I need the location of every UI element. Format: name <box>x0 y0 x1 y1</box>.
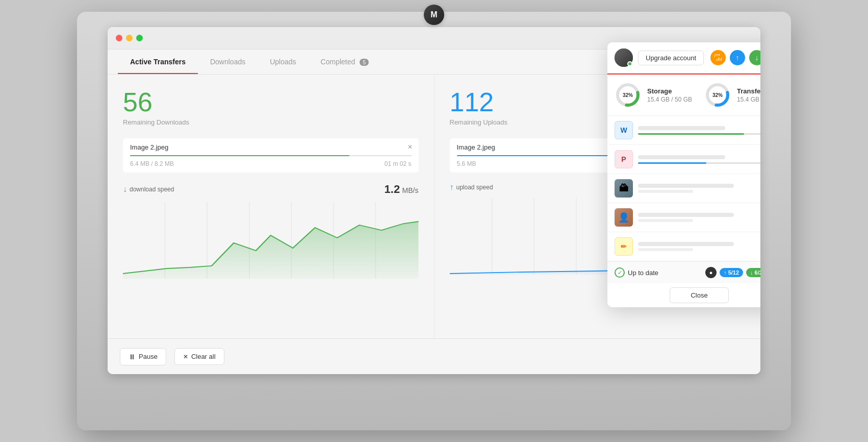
transfer-row: P ↑ 00: <box>607 145 760 174</box>
completed-badge: 5 <box>360 59 369 66</box>
remaining-downloads-count: 56 <box>123 89 419 115</box>
clear-label: Clear all <box>191 353 216 360</box>
close-icon: ✕ <box>183 353 188 360</box>
upload-arrow: ↑ <box>724 269 727 276</box>
row-progress-fill <box>638 162 706 164</box>
download-progress-fill <box>130 155 349 156</box>
download-progress-bar <box>130 155 412 156</box>
storage-donut: 32% <box>615 82 641 108</box>
download-time: 01 m 02 s <box>385 160 412 167</box>
svg-text:32%: 32% <box>712 92 723 98</box>
popup-header: Upgrade account + ↑ ↓ ⋯ <box>607 42 760 73</box>
traffic-lights <box>116 35 143 41</box>
row-name-bar <box>638 242 734 246</box>
speed-display: 1.2 MB/s <box>385 183 419 196</box>
download-badge: ↓ 6/21 <box>746 268 760 277</box>
user-icon: ● <box>705 267 717 278</box>
row-name-bar <box>638 184 734 188</box>
row-progress-bar <box>638 162 760 164</box>
download-arrow: ↓ <box>750 269 753 276</box>
online-indicator <box>627 61 632 66</box>
close-button[interactable] <box>116 35 122 41</box>
transfer-row: 👤 ↓ <box>607 203 760 232</box>
storage-item: 32% Storage 15.4 GB / 50 GB <box>615 82 694 108</box>
upgrade-account-button[interactable]: Upgrade account <box>638 51 704 65</box>
row-info <box>638 213 760 222</box>
upload-size: 5.6 MB <box>457 160 476 167</box>
row-name-bar <box>638 126 725 130</box>
row-info <box>638 242 760 251</box>
transfer-values: 15.4 GB / 50 <box>737 96 760 103</box>
storage-label: Storage <box>647 87 692 95</box>
popup-toolbar: + ↑ ↓ ⋯ <box>710 50 760 65</box>
photo2-file-icon: 👤 <box>615 208 633 227</box>
row-info <box>638 155 760 164</box>
storage-values: 15.4 GB / 50 GB <box>647 96 692 103</box>
tab-downloads[interactable]: Downloads <box>198 50 258 74</box>
transfer-quota-item: 32% Transfer 15.4 GB / 50 <box>704 82 760 108</box>
footer-badges: ● ↑ 5/12 ↓ 6/21 ⏸ <box>705 267 760 278</box>
add-sync-icon-btn[interactable]: + <box>710 50 726 65</box>
download-transfer-item: Image 2.jpeg ✕ 6.4 MB / 8.2 MB 01 m 02 s <box>123 138 419 173</box>
row-info <box>638 126 760 135</box>
download-speed-section: ↓ download speed 1.2 MB/s <box>123 183 419 279</box>
minimize-button[interactable] <box>126 35 133 41</box>
app-window: Active Transfers Downloads Uploads Compl… <box>108 27 760 374</box>
maximize-button[interactable] <box>136 35 143 41</box>
upload-badge: ↑ 5/12 <box>720 268 743 277</box>
check-circle-icon: ✓ <box>615 267 625 278</box>
upload-icon-btn[interactable]: ↑ <box>730 50 745 65</box>
avatar <box>615 48 633 67</box>
speed-header: ↓ download speed 1.2 MB/s <box>123 183 419 196</box>
photo1-file-icon: 🏔 <box>615 179 633 198</box>
download-meta: 6.4 MB / 8.2 MB 01 m 02 s <box>130 160 412 167</box>
download-filename: Image 2.jpeg <box>130 143 412 151</box>
download-size: 6.4 MB / 8.2 MB <box>130 160 174 167</box>
transfer-row: ✏ ↑ <box>607 232 760 261</box>
row-sub-bar <box>638 248 693 251</box>
row-name-bar <box>638 213 734 217</box>
transfer-row: 🏔 ↓ <box>607 174 760 203</box>
pdf-file-icon: P <box>615 150 633 168</box>
row-name-bar <box>638 155 725 159</box>
transfer-info: Transfer 15.4 GB / 50 <box>737 87 760 103</box>
row-progress-bar <box>638 133 760 135</box>
storage-section: 32% Storage 15.4 GB / 50 GB 32% <box>607 75 760 116</box>
top-avatar: M <box>424 5 444 25</box>
transfer-donut: 32% <box>704 82 731 108</box>
transfer-row: W ↓ 00: <box>607 116 760 145</box>
tab-active-transfers[interactable]: Active Transfers <box>118 50 198 74</box>
transfer-list: W ↓ 00: P <box>607 116 760 261</box>
mega-popup: Upgrade account + ↑ ↓ ⋯ <box>607 42 760 307</box>
status-check: ✓ Up to date <box>615 267 658 278</box>
row-sub-bar <box>638 190 693 193</box>
row-info <box>638 184 760 193</box>
speed-unit: MB/s <box>402 186 419 194</box>
transfer-label: Transfer <box>737 87 760 95</box>
pencil-file-icon: ✏ <box>615 237 633 256</box>
close-area: Close <box>607 283 760 307</box>
row-progress-fill <box>638 133 744 135</box>
popup-footer: ✓ Up to date ● ↑ 5/12 ↓ 6/21 ⏸ <box>607 261 760 283</box>
remaining-downloads-label: Remaining Downloads <box>123 118 419 126</box>
bottom-bar: ⏸ Pause ✕ Clear all <box>108 338 760 374</box>
pause-label: Pause <box>139 353 158 360</box>
download-icon-btn[interactable]: ↓ <box>749 50 760 65</box>
svg-text:32%: 32% <box>623 92 633 98</box>
row-sub-bar <box>638 219 693 222</box>
speed-label: ↓ download speed <box>123 185 174 194</box>
tab-completed[interactable]: Completed 5 <box>309 50 381 74</box>
word-file-icon: W <box>615 121 633 139</box>
close-button[interactable]: Close <box>670 287 728 303</box>
clear-all-button[interactable]: ✕ Clear all <box>174 348 224 365</box>
tab-uploads[interactable]: Uploads <box>258 50 308 74</box>
storage-info: Storage 15.4 GB / 50 GB <box>647 87 692 103</box>
upload-progress-fill <box>457 155 626 156</box>
popup-header-left: Upgrade account <box>615 48 704 67</box>
downloads-panel: 56 Remaining Downloads Image 2.jpeg ✕ 6.… <box>108 75 435 338</box>
pause-button[interactable]: ⏸ Pause <box>120 348 166 365</box>
upload-speed-label: ↑ upload speed <box>450 183 493 192</box>
pause-icon: ⏸ <box>129 353 136 361</box>
svg-text:+: + <box>718 56 720 61</box>
download-close-icon[interactable]: ✕ <box>407 143 413 151</box>
